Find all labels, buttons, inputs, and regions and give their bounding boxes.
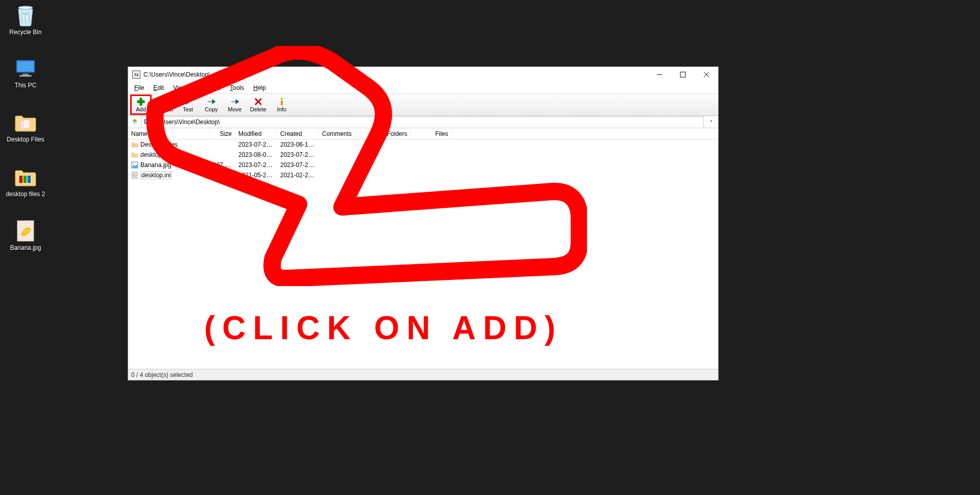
file-list[interactable]: Desktop FIles 2023-07-29... 2023-06-14..… (128, 139, 718, 369)
svg-rect-18 (137, 101, 144, 103)
folder-zip-icon (14, 166, 37, 188)
svg-point-0 (18, 6, 33, 9)
maximize-button[interactable] (671, 67, 695, 82)
sevenzip-window: 7z C:\Users\Vince\Desktop\ File Edit Vie… (128, 66, 719, 381)
move-button[interactable]: Move (224, 95, 246, 115)
desktop-icon-banana-jpg[interactable]: Banana.jpg (5, 220, 46, 251)
add-button[interactable]: Add (130, 95, 152, 115)
address-dropdown-button[interactable]: ˅ (706, 120, 716, 125)
column-name[interactable]: Name (128, 129, 210, 138)
address-input[interactable]: C:\Users\Vince\Desktop\ (141, 116, 704, 128)
drive-icon (144, 118, 151, 127)
column-files[interactable]: Files (411, 129, 452, 138)
svg-point-30 (134, 175, 135, 176)
column-folders[interactable]: Folders (370, 129, 411, 138)
minus-icon (160, 97, 169, 106)
image-file-icon (14, 220, 37, 242)
svg-rect-8 (23, 120, 30, 128)
desktop-icon-label: Banana.jpg (10, 244, 41, 251)
svg-rect-14 (680, 72, 685, 77)
svg-rect-25 (145, 120, 150, 122)
desktop-icon-desktop-files-2[interactable]: desktop files 2 (5, 166, 46, 198)
menu-edit[interactable]: Edit (149, 83, 168, 92)
svg-point-27 (133, 163, 135, 165)
delete-button[interactable]: Delete (248, 95, 269, 115)
info-button[interactable]: Info (271, 95, 292, 115)
desktop-icon-desktop-files[interactable]: Desktop FIles (5, 111, 46, 143)
menubar: File Edit View Favorites Tools Help (128, 82, 718, 93)
test-button[interactable]: Test (177, 95, 199, 115)
check-icon (183, 97, 192, 106)
column-created[interactable]: Created (277, 129, 319, 138)
svg-rect-22 (281, 98, 283, 100)
copy-arrow-icon (207, 97, 216, 106)
column-comments[interactable]: Comments (319, 129, 370, 138)
minimize-button[interactable] (648, 67, 671, 82)
menu-view[interactable]: View (169, 83, 190, 92)
folder-icon (14, 111, 37, 134)
desktop-icon-this-pc[interactable]: This PC (5, 57, 46, 89)
menu-tools[interactable]: Tools (226, 83, 248, 92)
menu-file[interactable]: File (130, 83, 148, 92)
addressbar: C:\Users\Vince\Desktop\ ˅ (128, 116, 718, 128)
svg-rect-10 (23, 176, 27, 183)
ini-file-icon (131, 172, 138, 179)
status-text: 0 / 4 object(s) selected (131, 371, 193, 379)
file-row[interactable]: desktop files 2 2023-08-02... 2023-07-26… (128, 150, 718, 160)
column-modified[interactable]: Modified (235, 129, 277, 138)
titlebar[interactable]: 7z C:\Users\Vince\Desktop\ (128, 67, 718, 82)
plus-icon (136, 97, 145, 106)
up-one-level-button[interactable] (130, 117, 139, 127)
menu-help[interactable]: Help (249, 83, 270, 92)
folder-icon (131, 151, 138, 158)
desktop-icon-recycle-bin[interactable]: Recycle Bin (5, 4, 46, 36)
extract-button[interactable]: Extract (154, 95, 175, 115)
this-pc-icon (14, 57, 37, 80)
column-headers: Name Size Modified Created Comments Fold… (128, 128, 718, 139)
desktop-icon-label: Recycle Bin (9, 29, 41, 36)
desktop-icon-label: This PC (15, 82, 37, 89)
file-row[interactable]: desktop.ini 282 2021-05-23... 2021-02-28… (128, 170, 718, 180)
close-button[interactable] (695, 67, 718, 82)
svg-rect-23 (281, 101, 283, 105)
svg-rect-4 (17, 61, 34, 72)
svg-rect-5 (22, 74, 29, 75)
copy-button[interactable]: Copy (201, 95, 222, 115)
svg-rect-6 (19, 75, 32, 77)
delete-x-icon (254, 97, 263, 106)
file-row[interactable]: Banana.jpg 307 813 2023-07-26... 2023-07… (128, 160, 718, 170)
desktop-icon-label: desktop files 2 (6, 191, 45, 198)
svg-rect-2 (27, 16, 28, 19)
recycle-bin-icon (14, 4, 37, 27)
image-file-icon (131, 161, 138, 169)
menu-favorites[interactable]: Favorites (191, 83, 225, 92)
svg-rect-1 (23, 14, 24, 17)
svg-rect-11 (28, 176, 31, 183)
toolbar: Add Extract Test Copy Move Delete Info (128, 93, 718, 116)
column-size[interactable]: Size (210, 129, 235, 138)
desktop-icon-label: Desktop FIles (7, 136, 44, 143)
svg-rect-9 (19, 176, 22, 183)
app-icon: 7z (132, 70, 140, 79)
statusbar: 0 / 4 object(s) selected (128, 369, 718, 380)
move-arrow-icon (230, 97, 239, 106)
svg-rect-19 (161, 101, 168, 103)
folder-icon (131, 141, 138, 148)
window-title: C:\Users\Vince\Desktop\ (143, 71, 210, 78)
info-icon (277, 97, 286, 106)
file-row[interactable]: Desktop FIles 2023-07-29... 2023-06-14..… (128, 139, 718, 150)
